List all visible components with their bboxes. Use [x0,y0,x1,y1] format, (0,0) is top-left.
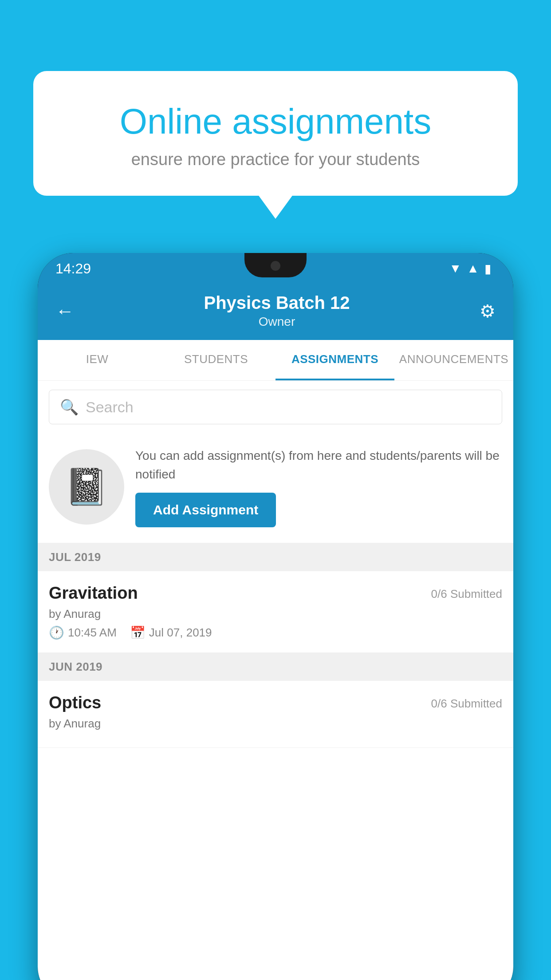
speech-bubble-card: Online assignments ensure more practice … [33,71,518,196]
assignment-item-optics[interactable]: Optics 0/6 Submitted by Anurag [38,681,513,748]
wifi-icon: ▼ [449,261,462,276]
phone-screen: 🔍 Search 📓 You can add assignment(s) fro… [38,381,513,980]
assignment-meta: 🕐 10:45 AM 📅 Jul 07, 2019 [49,625,502,640]
app-header: ← Physics Batch 12 Owner ⚙ [38,284,513,340]
promo-text: You can add assignment(s) from here and … [135,447,502,484]
signal-icon: ▲ [467,261,479,276]
back-button[interactable]: ← [55,300,74,322]
assignment-time: 10:45 AM [68,626,117,640]
assignment-submitted-optics: 0/6 Submitted [431,693,502,711]
assignment-by: by Anurag [49,607,502,621]
page-subtitle: Owner [74,315,480,329]
search-icon: 🔍 [60,398,79,416]
phone-wrapper: 14:29 ▼ ▲ ▮ ← Physics Batch 12 Owner ⚙ I… [38,253,513,980]
search-container: 🔍 Search [38,381,513,433]
tab-students[interactable]: STUDENTS [157,340,276,380]
settings-button[interactable]: ⚙ [480,301,496,321]
notch [244,253,307,277]
search-placeholder: Search [86,399,134,416]
promo-icon-circle: 📓 [49,449,124,525]
header-title-block: Physics Batch 12 Owner [74,293,480,329]
add-assignment-promo: 📓 You can add assignment(s) from here an… [38,433,513,543]
assignment-date: Jul 07, 2019 [149,626,212,640]
phone-frame: 14:29 ▼ ▲ ▮ ← Physics Batch 12 Owner ⚙ I… [38,253,513,980]
promo-content: You can add assignment(s) from here and … [135,447,502,527]
assignment-item-gravitation[interactable]: Gravitation 0/6 Submitted by Anurag 🕐 10… [38,571,513,653]
page-title: Physics Batch 12 [74,293,480,313]
tabs-bar: IEW STUDENTS ASSIGNMENTS ANNOUNCEMENTS [38,340,513,381]
status-bar: 14:29 ▼ ▲ ▮ [38,253,513,284]
add-assignment-button[interactable]: Add Assignment [135,493,276,527]
tab-iew[interactable]: IEW [38,340,157,380]
status-bar-time: 14:29 [55,261,91,277]
clock-icon: 🕐 [49,625,64,640]
notebook-icon: 📓 [64,466,109,508]
assignment-top-row-optics: Optics 0/6 Submitted [49,693,502,712]
meta-time: 🕐 10:45 AM [49,625,117,640]
assignment-top-row: Gravitation 0/6 Submitted [49,584,502,603]
speech-bubble-title: Online assignments [60,102,491,141]
speech-bubble-subtitle: ensure more practice for your students [60,150,491,169]
assignment-submitted-count: 0/6 Submitted [431,584,502,601]
tab-assignments[interactable]: ASSIGNMENTS [276,340,394,380]
front-camera [271,261,280,271]
meta-date: 📅 Jul 07, 2019 [130,625,212,640]
search-bar[interactable]: 🔍 Search [49,390,502,424]
tab-announcements[interactable]: ANNOUNCEMENTS [394,340,513,380]
battery-icon: ▮ [484,261,491,276]
status-icons: ▼ ▲ ▮ [449,261,491,276]
assignment-name-optics: Optics [49,693,101,712]
calendar-icon: 📅 [130,625,146,640]
speech-bubble-section: Online assignments ensure more practice … [33,71,518,196]
assignment-by-optics: by Anurag [49,717,502,731]
assignment-name: Gravitation [49,584,138,603]
section-header-jun: JUN 2019 [38,653,513,681]
section-header-jul: JUL 2019 [38,543,513,571]
